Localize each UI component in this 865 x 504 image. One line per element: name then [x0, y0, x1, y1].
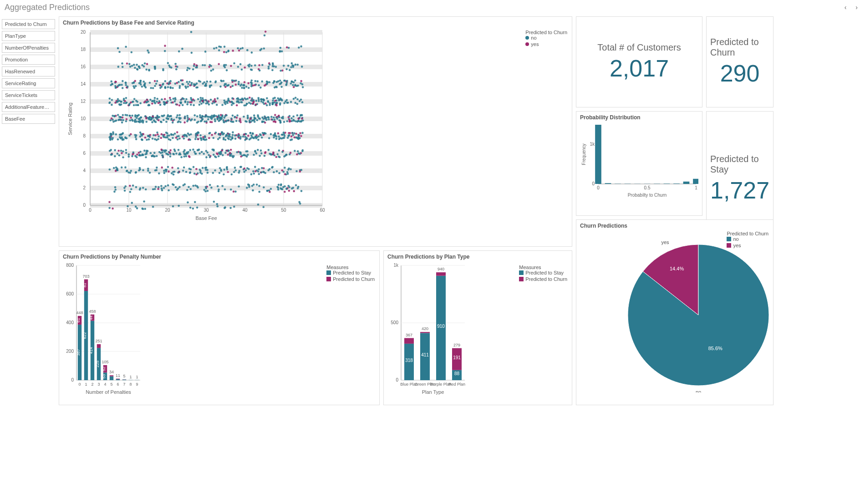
sidebar-item-servicerating[interactable]: ServiceRating [2, 78, 55, 88]
svg-point-1181 [133, 98, 136, 100]
svg-point-1359 [110, 81, 112, 83]
svg-point-1191 [190, 104, 192, 106]
svg-point-661 [275, 135, 278, 137]
svg-point-1033 [136, 117, 138, 119]
svg-point-938 [261, 121, 264, 123]
svg-point-1652 [190, 31, 193, 33]
svg-point-879 [290, 117, 293, 120]
next-page-button[interactable]: › [853, 2, 860, 13]
svg-point-1493 [286, 80, 288, 82]
svg-point-1500 [242, 84, 244, 87]
svg-point-304 [189, 149, 191, 151]
svg-point-1281 [197, 98, 199, 100]
svg-point-1029 [282, 117, 284, 120]
svg-point-1543 [126, 62, 128, 65]
prev-page-button[interactable]: ‹ [842, 2, 850, 13]
svg-point-706 [178, 135, 180, 137]
svg-point-47 [216, 203, 219, 205]
svg-point-927 [236, 117, 238, 119]
svg-point-1005 [274, 118, 276, 121]
svg-point-1308 [255, 103, 257, 106]
svg-point-1536 [287, 65, 290, 67]
plan-title: Churn Predictions by Plan Type [387, 254, 568, 260]
svg-point-556 [176, 131, 178, 133]
svg-rect-1720 [116, 379, 120, 379]
svg-point-53 [257, 204, 260, 206]
svg-point-430 [301, 149, 304, 152]
svg-point-1034 [134, 119, 137, 121]
svg-text:Frequency: Frequency [581, 143, 586, 165]
svg-point-1219 [255, 100, 258, 102]
sidebar-item-additionalfeaturesp[interactable]: AdditionalFeatureSp... [2, 102, 55, 112]
svg-point-962 [239, 121, 242, 123]
svg-point-1498 [115, 87, 117, 89]
svg-point-49 [108, 207, 111, 209]
svg-point-276 [295, 170, 298, 173]
svg-point-861 [176, 116, 178, 118]
svg-text:400: 400 [66, 320, 74, 325]
svg-point-1023 [274, 114, 276, 116]
svg-point-988 [168, 118, 170, 120]
svg-point-1582 [204, 64, 206, 66]
svg-point-1369 [290, 82, 292, 85]
svg-point-290 [188, 168, 191, 170]
svg-point-1189 [301, 101, 304, 103]
svg-point-126 [145, 188, 147, 191]
svg-point-1089 [174, 100, 176, 102]
sidebar-item-predicted-to-churn[interactable]: Predicted to Churn [2, 19, 55, 29]
sidebar-item-numberofpenalties[interactable]: NumberOfPenalties [2, 43, 55, 53]
svg-point-1323 [241, 87, 243, 89]
svg-point-749 [172, 137, 174, 139]
svg-point-753 [121, 133, 123, 135]
svg-point-1118 [295, 102, 297, 104]
svg-point-1010 [139, 117, 141, 120]
sidebar-item-promotion[interactable]: Promotion [2, 55, 55, 65]
sidebar-item-basefee[interactable]: BaseFee [2, 114, 55, 124]
svg-point-928 [223, 121, 225, 123]
svg-point-977 [278, 115, 280, 117]
legend-item-no: no [525, 35, 567, 41]
svg-point-1499 [161, 86, 163, 88]
svg-point-1285 [275, 102, 277, 104]
svg-point-1625 [238, 50, 240, 52]
svg-point-1504 [224, 83, 226, 86]
sidebar-item-hasrenewed[interactable]: HasRenewed [2, 66, 55, 76]
svg-point-258 [290, 168, 292, 170]
svg-text:191: 191 [453, 355, 461, 360]
square-icon [727, 243, 731, 248]
svg-point-1556 [275, 66, 277, 68]
svg-point-64 [142, 208, 144, 210]
svg-point-1021 [201, 115, 204, 117]
sidebar-item-plantype[interactable]: PlanType [2, 31, 55, 41]
svg-point-1494 [162, 83, 164, 85]
svg-point-970 [232, 121, 234, 123]
svg-point-903 [239, 118, 241, 120]
svg-point-268 [138, 169, 140, 172]
svg-point-982 [151, 121, 153, 123]
svg-point-1518 [285, 68, 288, 71]
svg-point-491 [215, 156, 217, 158]
svg-point-281 [264, 172, 266, 174]
svg-point-43 [213, 201, 215, 203]
svg-point-945 [301, 117, 303, 120]
kpi-customers-label: Total # of Customers [597, 42, 681, 53]
svg-point-133 [157, 188, 159, 190]
svg-point-1176 [111, 99, 113, 101]
svg-point-1444 [112, 83, 114, 85]
sidebar-item-servicetickets[interactable]: ServiceTickets [2, 90, 55, 100]
svg-point-1063 [290, 101, 292, 103]
svg-point-98 [205, 186, 207, 188]
svg-point-210 [287, 168, 290, 171]
svg-rect-1715 [110, 376, 113, 380]
svg-point-297 [252, 170, 254, 173]
svg-point-1313 [187, 83, 189, 85]
svg-text:9: 9 [136, 382, 138, 387]
dot-icon [525, 42, 529, 46]
main-grid: Churn Predictions by Base Fee and Servic… [57, 16, 777, 409]
svg-point-750 [243, 133, 245, 136]
svg-point-933 [156, 115, 158, 117]
svg-point-985 [224, 115, 226, 117]
svg-point-493 [178, 153, 180, 156]
svg-point-353 [224, 152, 227, 154]
svg-point-1302 [123, 98, 125, 100]
